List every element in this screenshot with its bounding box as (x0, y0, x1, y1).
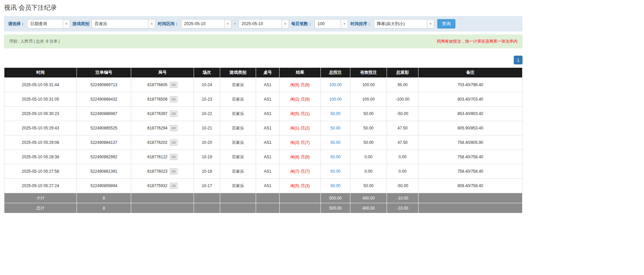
cell-round: 618776506 (131, 92, 194, 107)
cell-total-bet[interactable]: 50.00 (321, 164, 350, 179)
cell-round: 618776202 (131, 135, 194, 150)
currency-summary-text: 币别 : 人民币 | 总共 :8 注单 | (9, 39, 60, 44)
total-bet-link[interactable]: 50.00 (330, 140, 340, 145)
cell-game: 百家乐 (220, 164, 256, 179)
table-row: 2025-05-10 05:29:08 522490864137 6187762… (4, 135, 523, 150)
cell-time: 2025-05-10 05:31:44 (4, 78, 77, 92)
total-bet-link[interactable]: 100.00 (329, 97, 342, 102)
cell-time: 2025-05-10 05:27:58 (4, 164, 77, 179)
cell-session: 10-17 (194, 179, 220, 193)
subtotal-count: 8 (77, 193, 131, 203)
search-button[interactable]: 查询 (437, 19, 455, 29)
page-title: 视讯 会员下注纪录 (4, 3, 523, 12)
cell-result: 闲(2)庄(9) (280, 92, 321, 107)
chevron-down-icon[interactable]: ▼ (148, 19, 155, 28)
video-replay-icon[interactable] (170, 140, 178, 146)
cell-remark: 853.40/803.40 (418, 107, 523, 121)
cell-bet-id: 522490866987 (77, 107, 131, 121)
result-player: 闲(8) (290, 155, 299, 159)
video-replay-icon[interactable] (170, 96, 178, 102)
column-header-valid-bet: 有效投注 (350, 68, 387, 78)
cell-remark: 808.40/758.40 (418, 179, 523, 193)
date-to-input[interactable]: 2025-05-10 ▼ (239, 19, 289, 29)
cell-time: 2025-05-10 05:30:23 (4, 107, 77, 121)
cell-game: 百家乐 (220, 179, 256, 193)
result-player: 闲(5) (290, 183, 299, 188)
cell-valid-bet: 0.00 (350, 164, 387, 179)
cell-total-bet[interactable]: 50.00 (321, 135, 350, 150)
cell-total-bet[interactable]: 50.00 (321, 121, 350, 135)
total-bet-link[interactable]: 50.00 (330, 126, 340, 130)
total-bet-link[interactable]: 100.00 (329, 82, 342, 87)
cell-valid-bet: 100.00 (350, 92, 387, 107)
cell-bet-id: 522490865525 (77, 121, 131, 135)
cell-table-no: AS1 (256, 179, 280, 193)
cell-session: 10-24 (194, 78, 220, 92)
cell-payout: 0.00 (387, 164, 418, 179)
cell-result: 闲(7)庄(7) (280, 164, 321, 179)
round-number: 618776605 (147, 82, 167, 87)
page-1-button[interactable]: 1 (514, 56, 523, 64)
cell-total-bet[interactable]: 50.00 (321, 150, 350, 164)
result-banker: 庄(7) (301, 169, 310, 174)
cell-payout: 0.00 (387, 150, 418, 164)
chevron-down-icon[interactable]: ▼ (427, 19, 434, 28)
cell-total-bet[interactable]: 100.00 (321, 92, 350, 107)
query-type-select[interactable]: 日期查询 ▼ (27, 19, 70, 29)
cell-valid-bet: 50.00 (350, 107, 387, 121)
summary-bar: 币别 : 人民币 | 总共 :8 注单 | 同局有效投注，统一计算在该局第一张注… (4, 35, 523, 48)
per-page-value: 100 (315, 19, 341, 28)
chevron-down-icon[interactable]: ▼ (341, 19, 348, 28)
total-bet-link[interactable]: 50.00 (330, 155, 340, 159)
chevron-down-icon[interactable]: ▼ (282, 19, 289, 28)
time-sort-select[interactable]: 降幂(由大到小) ▼ (374, 19, 434, 29)
table-row: 2025-05-10 05:27:58 522490861391 6187760… (4, 164, 523, 179)
per-page-label: 每页笔数： (291, 21, 312, 27)
result-player: 闲(7) (290, 169, 299, 174)
query-type-label: 请选择： (8, 21, 25, 27)
total-bet-link[interactable]: 50.00 (330, 111, 340, 116)
cell-valid-bet: 100.00 (350, 78, 387, 92)
round-number: 618776294 (147, 126, 167, 130)
cell-session: 10-18 (194, 164, 220, 179)
video-replay-icon[interactable] (170, 82, 178, 88)
chevron-down-icon[interactable]: ▼ (63, 19, 70, 28)
cell-bet-id: 522490869713 (77, 78, 131, 92)
game-category-label: 游戏类别 (72, 21, 89, 27)
video-replay-icon[interactable] (170, 125, 178, 131)
video-replay-icon[interactable] (170, 168, 178, 174)
per-page-select[interactable]: 100 ▼ (314, 19, 348, 29)
game-category-select[interactable]: 百家乐 ▼ (92, 19, 155, 29)
cell-total-bet[interactable]: 50.00 (321, 107, 350, 121)
round-number: 618776202 (147, 140, 167, 145)
total-bet-link[interactable]: 50.00 (330, 169, 340, 174)
cell-game: 百家乐 (220, 121, 256, 135)
cell-total-bet[interactable]: 50.00 (321, 179, 350, 193)
cell-remark: 758.40/805.90 (418, 135, 523, 150)
total-bet-link[interactable]: 50.00 (330, 183, 340, 188)
cell-session: 10-19 (194, 150, 220, 164)
cell-remark: 803.40/703.40 (418, 92, 523, 107)
chevron-down-icon[interactable]: ▼ (224, 19, 231, 28)
column-header-payout: 总派彩 (387, 68, 418, 78)
column-header-session: 场次 (194, 68, 220, 78)
cell-time: 2025-05-10 05:28:38 (4, 150, 77, 164)
cell-time: 2025-05-10 05:29:08 (4, 135, 77, 150)
column-header-time: 时间 (4, 68, 77, 78)
cell-round: 618776397 (131, 107, 194, 121)
cell-valid-bet: 50.00 (350, 121, 387, 135)
cell-table-no: AS1 (256, 164, 280, 179)
date-from-input[interactable]: 2025-05-10 ▼ (181, 19, 232, 29)
cell-total-bet[interactable]: 100.00 (321, 78, 350, 92)
video-replay-icon[interactable] (170, 183, 178, 189)
cell-table-no: AS1 (256, 92, 280, 107)
round-number: 618776023 (147, 169, 167, 174)
cell-round: 618776294 (131, 121, 194, 135)
cell-remark: 758.40/758.40 (418, 164, 523, 179)
video-replay-icon[interactable] (170, 154, 178, 160)
game-category-value: 百家乐 (92, 19, 148, 28)
video-replay-icon[interactable] (170, 111, 178, 117)
cell-result: 闲(5)庄(3) (280, 179, 321, 193)
table-row: 2025-05-10 05:31:44 522490869713 6187766… (4, 78, 523, 92)
cell-table-no: AS1 (256, 107, 280, 121)
